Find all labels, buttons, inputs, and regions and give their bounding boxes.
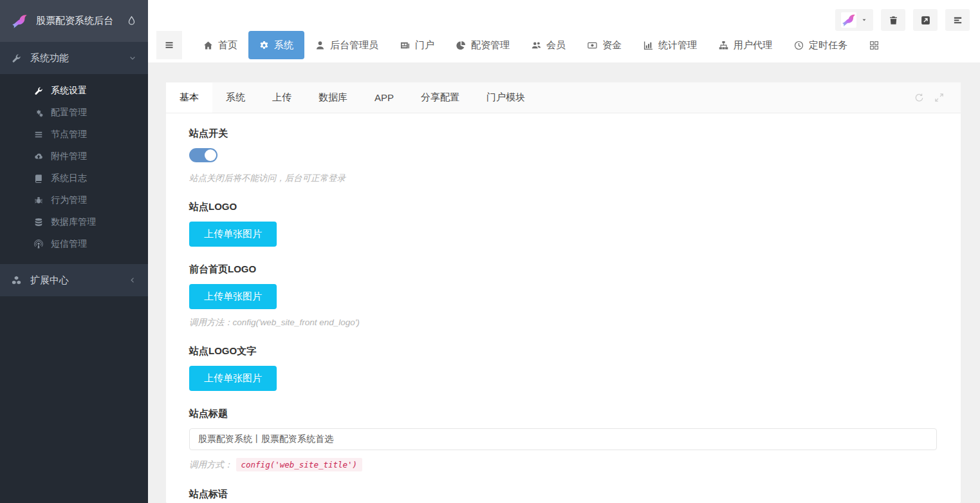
upload-logo-text-button[interactable]: 上传单张图片: [189, 366, 277, 391]
help-text: 调用方式：: [189, 459, 233, 471]
tab-basic[interactable]: 基本: [166, 82, 212, 113]
nav-item-system[interactable]: 系统: [248, 31, 304, 59]
nav-item-label: 配资管理: [471, 39, 510, 52]
field-label: 站点LOGO文字: [189, 345, 937, 357]
sidebar-group-system-functions[interactable]: 系统功能: [0, 42, 148, 74]
main-area: 首页系统后台管理员门户配资管理会员资金统计管理用户代理定时任务 基本系统上传数据…: [148, 0, 980, 503]
chevron-left-icon: [129, 276, 136, 284]
nav-item-financing[interactable]: 配资管理: [445, 31, 521, 59]
nav-item-label: 后台管理员: [330, 39, 378, 52]
sidebar-item-config-management[interactable]: 配置管理: [0, 102, 148, 124]
nav-item-label: 会员: [546, 39, 566, 52]
money-icon: [587, 41, 597, 50]
site-switch-toggle[interactable]: [189, 148, 217, 162]
sidebar-item-label: 行为管理: [51, 195, 87, 206]
nav-item-label: 用户代理: [734, 39, 772, 52]
book-icon: [34, 174, 43, 183]
sidebar-item-node-management[interactable]: 节点管理: [0, 124, 148, 146]
tab-label: 分享配置: [421, 91, 459, 104]
sidebar-group-label: 系统功能: [30, 52, 69, 64]
refresh-icon[interactable]: [914, 93, 924, 102]
tab-actions: [914, 82, 961, 113]
podcast-icon: [34, 240, 43, 249]
nav-item-home[interactable]: 首页: [192, 31, 248, 59]
field-label: 站点标题: [189, 408, 937, 420]
nav-item-cron[interactable]: 定时任务: [783, 31, 858, 59]
sidebar-item-label: 节点管理: [51, 129, 87, 140]
nav-item-funds[interactable]: 资金: [577, 31, 633, 59]
cubes-icon: [12, 276, 21, 285]
settings-form: 站点开关 站点关闭后将不能访问，后台可正常登录 站点LOGO 上传单张图片 前台…: [166, 113, 961, 503]
tab-portal-module[interactable]: 门户模块: [473, 82, 539, 113]
app-title: 股票配资系统后台: [36, 15, 113, 27]
nav-item-stats[interactable]: 统计管理: [633, 31, 708, 59]
bar-chart-icon: [643, 41, 653, 50]
nav-item-admin[interactable]: 后台管理员: [304, 31, 389, 59]
field-label: 前台首页LOGO: [189, 263, 937, 276]
sidebar-item-attachment-management[interactable]: 附件管理: [0, 146, 148, 167]
avatar: [841, 12, 856, 28]
nav-item-grid[interactable]: [858, 31, 890, 59]
tab-label: 数据库: [319, 91, 347, 104]
database-icon: [34, 218, 43, 227]
nav-item-label: 门户: [415, 39, 434, 52]
field-site-switch: 站点开关 站点关闭后将不能访问，后台可正常登录: [189, 128, 937, 184]
gear-icon: [259, 41, 269, 50]
sidebar-item-sms-management[interactable]: 短信管理: [0, 233, 148, 255]
sidebar-item-label: 系统设置: [51, 85, 87, 97]
nav-item-portal[interactable]: 门户: [389, 31, 445, 59]
field-help: 调用方式：config('web_site_title'): [189, 458, 937, 471]
upload-front-logo-button[interactable]: 上传单张图片: [189, 284, 277, 309]
nav-item-member[interactable]: 会员: [521, 31, 577, 59]
sidebar-submenu: 系统设置配置管理节点管理附件管理系统日志行为管理数据库管理短信管理: [0, 74, 148, 264]
trash-button[interactable]: [881, 9, 905, 31]
cloud-upload-icon: [34, 152, 43, 161]
top-nav: 首页系统后台管理员门户配资管理会员资金统计管理用户代理定时任务: [192, 31, 890, 59]
tab-app[interactable]: APP: [361, 82, 407, 113]
top-header: 首页系统后台管理员门户配资管理会员资金统计管理用户代理定时任务: [148, 0, 980, 62]
nav-item-label: 统计管理: [658, 39, 697, 52]
content-area: 基本系统上传数据库APP分享配置门户模块 站点开关 站点关闭后将不能访问，后台可…: [148, 62, 980, 503]
pie-chart-icon: [456, 41, 466, 50]
nav-item-label: 系统: [274, 39, 293, 52]
tab-share[interactable]: 分享配置: [407, 82, 473, 113]
tab-label: 系统: [226, 91, 245, 104]
tab-database[interactable]: 数据库: [305, 82, 361, 113]
upload-site-logo-button[interactable]: 上传单张图片: [189, 222, 277, 247]
site-title-input[interactable]: [189, 428, 937, 450]
list-icon: [34, 130, 43, 139]
field-label: 站点标语: [189, 488, 937, 500]
wrench-icon: [34, 86, 43, 95]
reorder-icon: [953, 15, 963, 25]
sidebar-item-system-log[interactable]: 系统日志: [0, 167, 148, 189]
users-icon: [532, 41, 541, 50]
toggle-knob: [205, 149, 216, 161]
bug-icon: [34, 196, 43, 205]
tab-label: 上传: [272, 91, 291, 104]
field-help: 站点关闭后将不能访问，后台可正常登录: [189, 173, 937, 184]
fullscreen-icon[interactable]: [934, 93, 944, 102]
log-list-button[interactable]: [945, 9, 970, 31]
nav-item-agent[interactable]: 用户代理: [708, 31, 783, 59]
tab-label: 门户模块: [486, 91, 525, 104]
sidebar-item-system-settings[interactable]: 系统设置: [0, 80, 148, 102]
avatar-menu-button[interactable]: [835, 9, 873, 31]
sidebar-item-label: 数据库管理: [51, 216, 96, 228]
sidebar-group-extension-center[interactable]: 扩展中心: [0, 264, 148, 296]
nav-item-label: 首页: [218, 39, 237, 52]
sidebar-item-label: 配置管理: [51, 107, 87, 119]
tab-system[interactable]: 系统: [212, 82, 259, 113]
help-code: config('web_site_title'): [236, 458, 363, 471]
th-large-icon: [869, 41, 879, 50]
sidebar: 股票配资系统后台 系统功能系统设置配置管理节点管理附件管理系统日志行为管理数据库…: [0, 0, 148, 503]
sidebar-item-database-management[interactable]: 数据库管理: [0, 211, 148, 233]
theme-droplet-icon[interactable]: [126, 15, 137, 26]
tab-upload[interactable]: 上传: [259, 82, 305, 113]
tab-label: APP: [374, 92, 394, 103]
open-window-button[interactable]: [913, 9, 938, 31]
sidebar-toggle-button[interactable]: [156, 31, 182, 59]
sidebar-item-behavior-management[interactable]: 行为管理: [0, 189, 148, 211]
nav-item-label: 定时任务: [809, 39, 847, 52]
sitemap-icon: [719, 41, 728, 50]
field-site-logo: 站点LOGO 上传单张图片: [189, 201, 937, 247]
